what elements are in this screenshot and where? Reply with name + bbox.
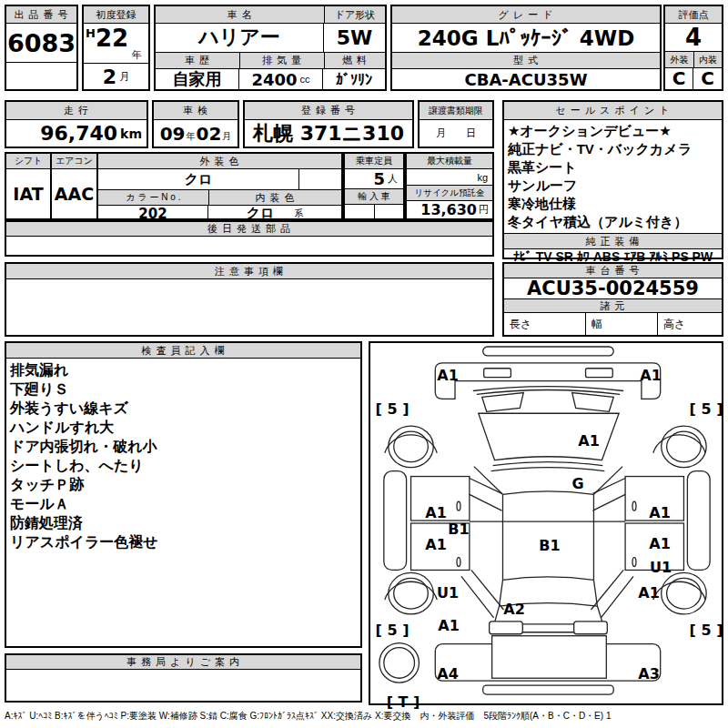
list-item: 寒冷地仕様 [508, 195, 718, 213]
exterior-color-label: 外 装 色 [98, 154, 341, 169]
score-box: 評価点 4 外装 内装 C C [663, 5, 723, 91]
damage-marker-front-right-fender: A1 [640, 367, 662, 384]
exterior-grade-label: 外装 [665, 52, 694, 68]
displacement-value: 2400 cc [239, 68, 323, 90]
auction-number-empty [6, 63, 76, 89]
import-cell-2 [375, 205, 403, 218]
aircon-value: AAC [52, 169, 96, 218]
damage-marker-tire-front-left: [ 5 ] [376, 400, 410, 418]
year-unit: 年 [132, 48, 142, 62]
inspection-month: 02 [197, 123, 222, 145]
list-item: 防錆処理済 [10, 513, 357, 532]
max-load-unit: kg [477, 172, 488, 183]
first-registration-month: 2 月 [84, 64, 148, 89]
mileage-value: 96,740 km [6, 120, 147, 147]
displacement-unit: cc [300, 74, 310, 85]
capacity-label: 乗車定員 [345, 154, 403, 169]
shift-box: シフト IAT [5, 152, 52, 220]
list-item: リアスポイラー色褪せ [10, 532, 357, 551]
aircon-label: エアコン [52, 154, 96, 169]
office-notice-empty [6, 670, 360, 701]
month-unit: 月 [119, 70, 129, 84]
inspector-notes-list: 排気漏れ下廻りＳ外装うすい線キズハンドルすれ大ドア内張切れ・破れ小シートしわ、へ… [6, 359, 360, 646]
car-outline-drawing [370, 343, 722, 703]
capacity-value: 5 人 [345, 169, 403, 189]
list-item: 黒革シート [508, 158, 718, 177]
model-code-value: CBA-ACU35W [392, 69, 660, 89]
list-item: 純正ナビ・TV・バックカメラ [508, 140, 718, 158]
inspection-value: 09 年 02 月 [154, 120, 238, 147]
grade-value: 240G Lﾊﾟｯｹｰｼﾞ 4WD [392, 24, 660, 53]
shift-label: シフト [6, 154, 50, 169]
inspector-notes-box: 検 査 員 記 入 欄 排気漏れ下廻りＳ外装うすい線キズハンドルすれ大ドア内張切… [5, 341, 362, 648]
max-load-label: 最大積載量 [407, 154, 492, 169]
inspection-box: 車 検 09 年 02 月 [152, 100, 239, 148]
list-item: ハンドルすれ大 [10, 418, 357, 437]
interior-color-label: 内 装 色 [209, 190, 341, 206]
score-value: 4 [665, 24, 722, 52]
send-later-parts-empty [6, 237, 492, 255]
model-code-label: 型 式 [392, 53, 660, 69]
sales-points-box: セ ー ル ス ポ イ ン ト ★オークションデビュー★純正ナビ・TV・バックカ… [502, 100, 723, 259]
interior-color-suffix: 系 [294, 207, 303, 220]
mileage-label: 走 行 [6, 102, 147, 120]
month-value: 2 [103, 66, 116, 88]
list-item: モールＡ [10, 494, 357, 513]
transfer-deadline-value: 月 日 [420, 120, 492, 147]
send-later-parts-box: 後 日 発 送 部 品 [5, 220, 494, 257]
interior-grade-label: 内装 [694, 52, 722, 68]
damage-marker-rear-bumper-left: A4 [437, 665, 459, 682]
recycle-deposit-label: リサイクル預託金 [407, 186, 492, 201]
list-item: シートしわ、へたり [10, 456, 357, 475]
year-value: 22 [96, 25, 128, 52]
damage-marker-front-left-fender: A1 [437, 367, 459, 384]
import-cell-1 [345, 205, 375, 218]
capacity-unit: 人 [388, 172, 398, 186]
mileage-box: 走 行 96,740 km [5, 100, 148, 148]
history-label: 車 歴 [156, 53, 240, 69]
sales-points-list: ★オークションデビュー★純正ナビ・TV・バックカメラ黒革シートサンルーフ寒冷地仕… [504, 120, 722, 233]
dim-width-label: 幅 [586, 313, 658, 335]
car-name-value: ハリアー [156, 23, 324, 52]
inspection-month-unit: 月 [222, 130, 231, 143]
damage-diagram-box: A1A1[ 5 ][ 5 ]A1GA1B1A1B1A1A1U1U1A1A1A2[… [369, 341, 723, 705]
history-value: 自家用 [156, 68, 239, 90]
door-shape-value: 5W [324, 23, 385, 52]
list-item: 外装うすい線キズ [10, 399, 357, 418]
damage-code-legend: A:ｷｽﾞ U:ﾍｺﾐ B:ｷｽﾞを伴うﾍｺﾐ P:要塗装 W:補修跡 S:錆 … [5, 710, 725, 723]
damage-marker-door-rear-right-lower: U1 [650, 559, 672, 576]
grade-box: グ レ ー ド 240G Lﾊﾟｯｹｰｼﾞ 4WD 型 式 CBA-ACU35W [390, 5, 662, 91]
first-registration-box: 初度登録 H 22 年 2 月 [82, 5, 150, 91]
auction-number-value: 6083 [6, 24, 76, 63]
color-box: 外 装 色 クロ カ ラ ー N o . 内 装 色 202 クロ 系 [96, 152, 343, 220]
damage-marker-tire-rear-left: [ 5 ] [376, 622, 410, 639]
registration-number-label: 登 録 番 号 [245, 102, 412, 120]
inspection-label: 車 検 [154, 102, 238, 120]
list-item: 排気漏れ [10, 360, 357, 379]
first-registration-label: 初度登録 [84, 6, 148, 24]
damage-marker-tire-front-right: [ 5 ] [690, 400, 723, 418]
damage-marker-quarter-left-lower: A1 [438, 617, 460, 634]
damage-marker-roof: B1 [539, 537, 560, 554]
damage-marker-rear-bumper-right: A3 [638, 665, 660, 682]
inspection-year-unit: 年 [187, 130, 196, 143]
car-name-group-box: 車 名 ドア形状 ハリアー 5W 車 歴 排 気 量 燃 料 自家用 2400 … [154, 5, 387, 91]
damage-marker-spare-tire: [ T ] [387, 693, 420, 711]
capacity-number: 5 [373, 169, 385, 188]
inspection-year: 09 [160, 123, 186, 145]
chassis-box: 車 台 番 号 ACU35-0024559 諸 元 長さ 幅 高さ [502, 262, 723, 337]
registration-number-value: 札幌 371ニ310 [245, 120, 412, 147]
import-label: 輸 入 車 [345, 189, 403, 205]
load-recycle-box: 最大積載量 kg リサイクル預託金 13,630 円 [405, 152, 494, 220]
list-item: タッチＰ跡 [10, 475, 357, 494]
factory-equipment-label: 純 正 装 備 [504, 233, 722, 249]
exterior-color-value: クロ [98, 169, 299, 189]
damage-marker-pillar-left: B1 [448, 521, 469, 538]
damage-marker-door-rear-right: A1 [649, 535, 671, 552]
door-shape-label: ドア形状 [325, 6, 385, 24]
transfer-deadline-label: 譲渡書類期限 [420, 102, 492, 120]
caution-empty [6, 279, 492, 335]
damage-marker-door-front-right: A1 [649, 504, 671, 521]
auction-sheet: 出 品 番 号 6083 初度登録 H 22 年 2 月 車 名 ドア形状 ハリ… [0, 0, 728, 728]
caution-label: 注 意 事 項 欄 [6, 264, 492, 279]
